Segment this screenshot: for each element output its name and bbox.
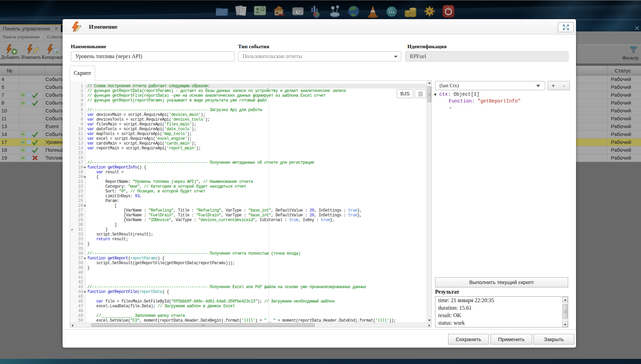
svg-text:@: @: [261, 8, 264, 11]
